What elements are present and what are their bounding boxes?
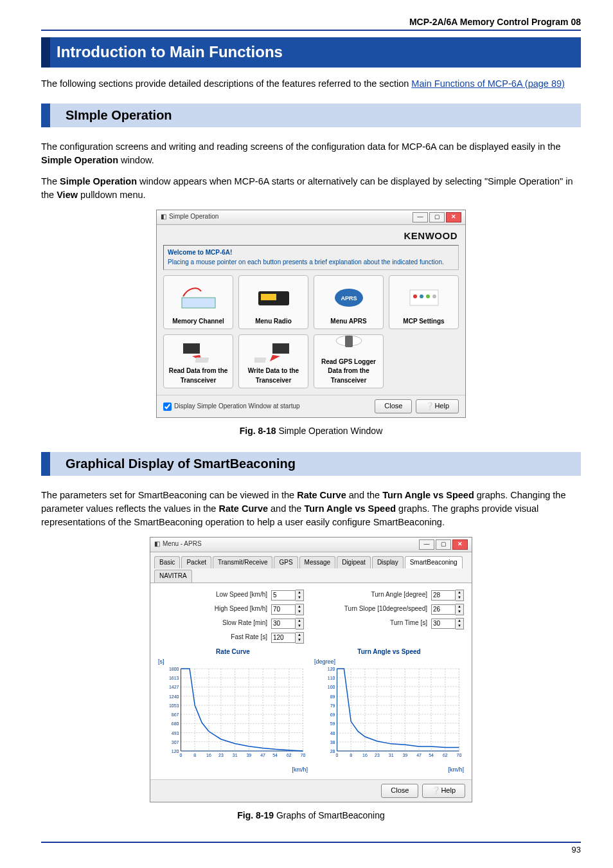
tab-gps[interactable]: GPS — [274, 556, 298, 569]
param-label: Low Speed [km/h] — [216, 590, 267, 600]
gps-icon — [317, 332, 380, 357]
tab-packet[interactable]: Packet — [181, 556, 211, 569]
tile-menu-radio[interactable]: Menu Radio — [238, 275, 308, 329]
tile-write-data[interactable]: Write Data to the Transceiver — [238, 334, 308, 388]
close-button[interactable]: ✕ — [452, 539, 468, 550]
svg-point-7 — [420, 294, 423, 298]
svg-rect-11 — [195, 357, 209, 363]
window-title-text: Simple Operation — [169, 212, 218, 222]
sb-p1: The parameters set for SmartBeaconing ca… — [41, 489, 581, 529]
tile-memory-channel[interactable]: Memory Channel — [163, 275, 233, 329]
svg-text:0: 0 — [336, 753, 339, 757]
spin-down[interactable]: ▼ — [296, 595, 303, 601]
window-title-text: Menu - APRS — [163, 539, 202, 549]
svg-text:100: 100 — [328, 685, 335, 689]
spin-down[interactable]: ▼ — [456, 610, 463, 615]
help-dialog-button[interactable]: ❔Help — [416, 399, 459, 413]
param-low-speed-km-h-: Low Speed [km/h]▲▼ — [158, 590, 304, 601]
param-fast-rate-s-: Fast Rate [s]▲▼ — [158, 632, 304, 644]
svg-rect-2 — [261, 294, 276, 300]
spin-down[interactable]: ▼ — [296, 638, 303, 643]
spin-down[interactable]: ▼ — [456, 595, 463, 601]
tab-digipeat[interactable]: Digipeat — [337, 556, 371, 569]
startup-checkbox-input[interactable] — [163, 402, 172, 411]
tile-label: Read Data from the Transceiver — [166, 366, 230, 385]
minimize-button[interactable]: — — [419, 539, 434, 550]
param-input[interactable] — [271, 590, 296, 601]
param-label: Turn Slope [10degree/speed] — [344, 604, 427, 614]
tab-smartbeaconing[interactable]: SmartBeaconing — [405, 556, 463, 569]
tab-basic[interactable]: Basic — [154, 556, 180, 569]
settings-icon — [392, 278, 456, 317]
close-dialog-button[interactable]: Close — [375, 399, 412, 413]
tile-label: Menu Radio — [255, 317, 292, 327]
intro-link[interactable]: Main Functions of MCP-6A (page 89) — [411, 78, 565, 89]
spin-down[interactable]: ▼ — [296, 624, 303, 629]
svg-text:89: 89 — [330, 694, 335, 699]
turn-angle-title: Turn Angle vs Speed — [314, 647, 464, 657]
tile-mcp-settings[interactable]: MCP Settings — [389, 275, 459, 329]
tab-navitra[interactable]: NAVITRA — [154, 570, 192, 583]
svg-text:79: 79 — [330, 703, 335, 708]
close-dialog-button[interactable]: Close — [381, 784, 418, 798]
page-header-title: MCP-2A/6A Memory Control Program 08 — [409, 17, 581, 27]
tile-read-gps[interactable]: Read GPS Logger Data from the Transceive… — [314, 334, 384, 388]
close-button[interactable]: ✕ — [446, 212, 461, 222]
svg-text:110: 110 — [328, 676, 335, 680]
maximize-button[interactable]: ▢ — [429, 212, 445, 222]
spin-down[interactable]: ▼ — [296, 610, 303, 615]
svg-text:493: 493 — [172, 731, 179, 736]
svg-point-8 — [426, 294, 430, 298]
param-input[interactable] — [271, 633, 296, 643]
startup-checkbox-label: Display Simple Operation Window at start… — [174, 402, 300, 411]
svg-text:31: 31 — [389, 753, 394, 757]
svg-rect-13 — [254, 357, 266, 363]
maximize-button[interactable]: ▢ — [436, 539, 451, 550]
turn-angle-yunit: [degree] — [314, 658, 464, 666]
param-input[interactable] — [271, 604, 296, 615]
spin-down[interactable]: ▼ — [456, 624, 463, 629]
param-turn-slope-10degree-speed-: Turn Slope [10degree/speed]▲▼ — [318, 604, 464, 615]
menu-aprs-window: ◧ Menu - APRS — ▢ ✕ BasicPacketTransmit/… — [150, 537, 472, 802]
welcome-panel: Welcome to MCP-6A! Placing a mouse point… — [163, 245, 459, 270]
window-titlebar: ◧ Simple Operation — ▢ ✕ — [157, 210, 465, 225]
rate-curve-yunit: [s] — [158, 658, 308, 666]
svg-text:8: 8 — [350, 753, 352, 757]
startup-checkbox[interactable]: Display Simple Operation Window at start… — [163, 402, 300, 411]
svg-text:62: 62 — [443, 753, 448, 757]
figure-8-19-caption: Fig. 8-19 Graphs of SmartBeaconing — [41, 809, 581, 822]
svg-rect-12 — [272, 343, 289, 354]
param-input[interactable] — [431, 619, 456, 629]
svg-text:8: 8 — [193, 753, 196, 757]
svg-text:69: 69 — [330, 712, 335, 717]
tab-display[interactable]: Display — [372, 556, 404, 569]
window-icon: ◧ — [154, 539, 160, 549]
param-input[interactable] — [271, 619, 296, 629]
figure-8-18-caption: Fig. 8-18 Simple Operation Window — [41, 424, 581, 437]
svg-text:48: 48 — [330, 731, 335, 736]
svg-text:867: 867 — [172, 712, 179, 717]
svg-text:1613: 1613 — [169, 676, 179, 680]
param-input[interactable] — [431, 604, 456, 615]
welcome-title: Welcome to MCP-6A! — [168, 248, 454, 258]
tab-bar: BasicPacketTransmit/ReceiveGPSMessageDig… — [150, 552, 472, 583]
svg-text:59: 59 — [330, 721, 335, 726]
svg-text:70: 70 — [457, 753, 462, 757]
svg-text:23: 23 — [218, 753, 224, 757]
minimize-button[interactable]: — — [413, 212, 428, 222]
param-input[interactable] — [431, 590, 456, 601]
svg-text:23: 23 — [375, 753, 380, 757]
turn-angle-xunit: [km/h] — [314, 766, 464, 774]
svg-text:680: 680 — [172, 722, 179, 727]
svg-text:70: 70 — [301, 753, 306, 757]
tile-menu-aprs[interactable]: APRS Menu APRS — [314, 275, 384, 329]
tab-transmit-receive[interactable]: Transmit/Receive — [213, 556, 272, 569]
tile-label: Write Data to the Transceiver — [242, 366, 305, 385]
help-dialog-button[interactable]: ❔Help — [422, 784, 465, 798]
tile-read-data[interactable]: Read Data from the Transceiver — [163, 334, 233, 388]
turn-angle-chart: 2838485969798910011012008162331394754627… — [314, 666, 464, 763]
simple-operation-window: ◧ Simple Operation — ▢ ✕ KENWOOD Welcome… — [156, 210, 466, 419]
svg-text:62: 62 — [287, 753, 292, 757]
tab-message[interactable]: Message — [299, 556, 336, 569]
param-turn-angle-degree-: Turn Angle [degree]▲▼ — [318, 590, 464, 601]
